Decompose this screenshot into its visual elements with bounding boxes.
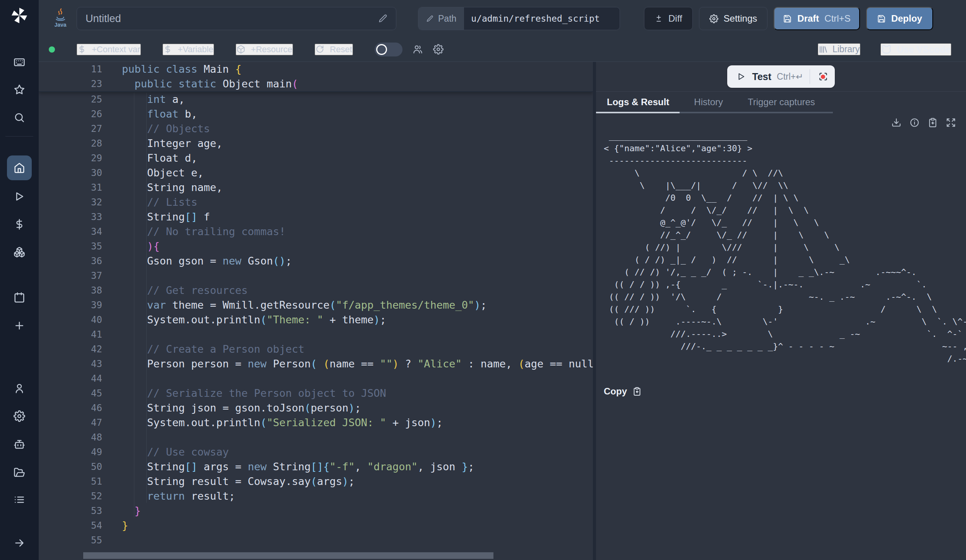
diff-button[interactable]: Diff (644, 7, 693, 30)
sidebar-item-workers[interactable] (14, 439, 25, 450)
code-line-25: 25 int a, (39, 92, 593, 107)
windmill-logo-icon[interactable] (10, 6, 29, 25)
code-line-33: 33 String[] f (39, 210, 593, 224)
sidebar-item-apps[interactable] (14, 56, 25, 68)
code-line-47: 47 System.out.println("Serialized JSON: … (39, 415, 593, 430)
code-line-39: 39 var theme = Wmill.getResource("f/app_… (39, 298, 593, 312)
deploy-button[interactable]: Deploy (866, 7, 933, 30)
sidebar-item-favorites[interactable] (14, 84, 25, 96)
code-line-30: 30 Object e, (39, 166, 593, 180)
code-line-48: 48 (39, 430, 593, 445)
pill-separator (810, 69, 810, 84)
line-number: 33 (39, 210, 102, 224)
status-dot (49, 46, 55, 53)
folder-open-icon (14, 466, 25, 478)
dollar-icon (14, 219, 25, 230)
code-editor[interactable]: 11public class Main {23 public static Ob… (39, 62, 593, 560)
sidebar-item-logs[interactable] (14, 494, 25, 505)
settings-button[interactable]: Settings (699, 7, 768, 30)
path-edit-button[interactable]: Path (418, 7, 464, 30)
sidebar-item-schedules[interactable] (14, 292, 25, 303)
gear-icon (14, 410, 25, 422)
draft-label: Draft (797, 13, 819, 24)
sticky-scroll-lines: 11public class Main {23 public static Ob… (39, 62, 593, 92)
capture-button[interactable] (815, 68, 832, 85)
code-line-40: 40 System.out.println("Theme: " + theme)… (39, 312, 593, 327)
user-icon (14, 382, 25, 394)
edit-title-pencil-icon[interactable] (378, 14, 387, 23)
play-icon (736, 72, 746, 81)
play-icon (14, 191, 25, 202)
sidebar-item-settings[interactable] (14, 410, 25, 422)
download-icon[interactable] (891, 118, 901, 128)
line-number: 30 (39, 166, 102, 180)
result-tabs: Logs & Result History Trigger captures (596, 92, 966, 113)
line-number: 50 (39, 459, 102, 474)
draft-button[interactable]: Draft Ctrl+S (774, 7, 860, 30)
windmill-script-editor: Java Untitled Path u/admin/refreshed_scr… (0, 0, 966, 560)
sidebar-item-users[interactable] (14, 382, 25, 394)
sidebar-item-search[interactable] (14, 112, 25, 123)
tab-logs-result[interactable]: Logs & Result (607, 97, 669, 108)
line-number: 26 (39, 107, 102, 121)
sidebar-item-runs[interactable] (14, 191, 25, 202)
test-button-group[interactable]: Test Ctrl+↵ (727, 65, 834, 88)
line-number: 35 (39, 239, 102, 254)
copy-result-button[interactable]: Copy (604, 386, 642, 397)
result-panel: Test Ctrl+↵ Logs & Result History Trigge… (596, 62, 966, 560)
line-number: 54 (39, 518, 102, 533)
sidebar-item-variables[interactable] (14, 219, 25, 230)
draft-shortcut: Ctrl+S (824, 13, 850, 24)
code-line-50: 50 String[] args = new String[]{"-f", "d… (39, 459, 593, 474)
sidebar (0, 0, 39, 560)
sidebar-item-resources[interactable] (14, 246, 25, 258)
line-number: 53 (39, 504, 102, 518)
tab-history[interactable]: History (694, 97, 723, 108)
output-actions (891, 118, 956, 128)
assistant-toggle[interactable] (375, 43, 402, 56)
active-tab-indicator (596, 112, 680, 113)
sidebar-item-home[interactable] (7, 155, 32, 180)
code-line-38: 38 // Get resources (39, 283, 593, 298)
code-line-45: 45 // Serialize the Person object to JSO… (39, 386, 593, 401)
code-line-37: 37 (39, 268, 593, 283)
sidebar-item-folders[interactable] (14, 466, 25, 478)
tab-underline-track (680, 112, 833, 113)
users-icon[interactable] (413, 44, 423, 55)
sidebar-item-expand[interactable] (14, 537, 25, 549)
panel-resize-divider[interactable] (593, 62, 596, 560)
line-number: 49 (39, 445, 102, 459)
horizontal-scrollbar[interactable] (83, 552, 493, 559)
clipboard-icon[interactable] (928, 118, 938, 128)
toggle-knob (376, 44, 387, 55)
reset-label: Reset (330, 44, 352, 55)
sidebar-item-create[interactable] (14, 320, 25, 331)
save-icon (877, 14, 886, 23)
expand-icon[interactable] (946, 118, 956, 128)
line-number: 47 (39, 415, 102, 430)
test-shortcut: Ctrl+↵ (777, 72, 803, 82)
tab-trigger-captures[interactable]: Trigger captures (748, 97, 815, 108)
diff-label: Diff (668, 13, 682, 24)
use-vscode-button[interactable]: Use VScode (880, 43, 951, 56)
code-line-23: 23 public static Object main( (39, 77, 593, 91)
info-icon[interactable] (909, 118, 920, 128)
line-number: 36 (39, 254, 102, 268)
reset-button[interactable]: Reset (315, 44, 353, 55)
line-number: 25 (39, 92, 102, 107)
add-resource-button[interactable]: +Resource (236, 44, 293, 55)
script-title: Untitled (86, 13, 121, 25)
line-number: 44 (39, 371, 102, 386)
gear-icon (709, 14, 718, 23)
script-title-input[interactable]: Untitled (77, 7, 396, 30)
line-number: 29 (39, 151, 102, 166)
line-number: 48 (39, 430, 102, 445)
gear-icon[interactable] (433, 44, 444, 55)
add-context-var-button[interactable]: +Context var (77, 44, 141, 55)
line-number: 39 (39, 298, 102, 312)
add-variable-button[interactable]: +Variable (163, 44, 214, 55)
path-field[interactable]: Path u/admin/refreshed_script (418, 7, 620, 30)
library-button[interactable]: Library (818, 43, 860, 55)
test-button[interactable]: Test (752, 71, 771, 82)
code-line-35: 35 ){ (39, 239, 593, 254)
